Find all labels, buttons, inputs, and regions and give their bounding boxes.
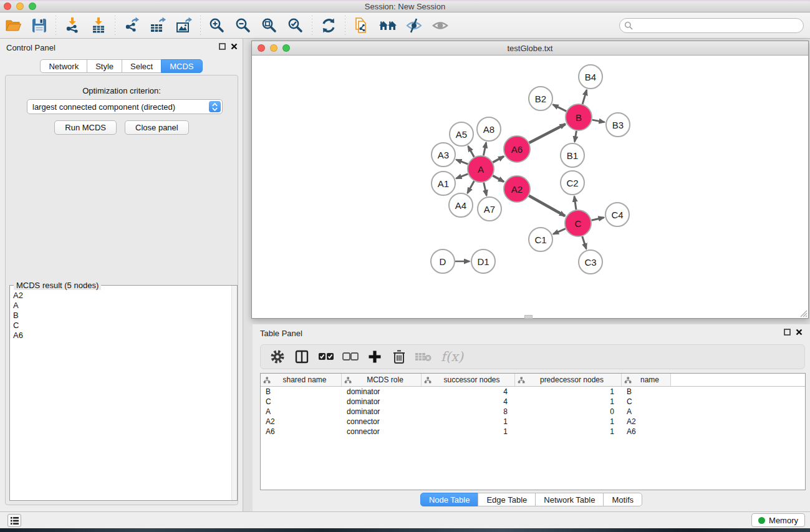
open-session-button[interactable]	[2, 15, 24, 36]
table-cell[interactable]: 1	[515, 417, 622, 426]
graph-edge-B-B1[interactable]	[575, 131, 577, 142]
table-cell[interactable]: dominator	[342, 387, 422, 396]
graph-edge-A-A8[interactable]	[483, 143, 486, 156]
graph-edge-B-B4[interactable]	[582, 90, 587, 104]
tab-mcds[interactable]: MCDS	[161, 59, 202, 73]
result-scrollbar[interactable]	[231, 286, 237, 500]
graph-node-A1[interactable]: A1	[432, 172, 455, 195]
function-builder-button[interactable]: f(x)	[438, 347, 466, 366]
table-cell[interactable]: C	[261, 397, 342, 406]
graph-node-B3[interactable]: B3	[606, 113, 630, 137]
task-history-button[interactable]	[7, 514, 21, 527]
table-cell[interactable]: connector	[342, 417, 422, 426]
network-graph[interactable]: B4B2BB3A8A5A6A3B1AC2A1A2A4A7C4CC1C3DD1	[252, 56, 808, 318]
close-panel-button[interactable]: Close panel	[125, 120, 189, 135]
split-columns-button[interactable]	[292, 347, 311, 366]
mcds-result-item[interactable]: A2	[13, 291, 231, 301]
table-cell[interactable]: 1	[515, 387, 622, 396]
tab-motifs[interactable]: Motifs	[603, 493, 642, 506]
mcds-result-item[interactable]: B	[13, 311, 231, 321]
graph-node-B[interactable]: B	[566, 104, 592, 130]
table-cell[interactable]: 8	[422, 407, 515, 416]
table-cell[interactable]: C	[622, 397, 671, 406]
delete-button[interactable]	[390, 347, 408, 366]
table-cell[interactable]: A	[622, 407, 671, 416]
column-header-shared-name[interactable]: shared name	[261, 374, 342, 386]
memory-button[interactable]: Memory	[751, 513, 805, 527]
graph-edge-B-B3[interactable]	[592, 120, 605, 122]
horizontal-scrollbar-thumb[interactable]	[524, 315, 533, 319]
network-canvas[interactable]: B4B2BB3A8A5A6A3B1AC2A1A2A4A7C4CC1C3DD1	[252, 56, 808, 318]
graph-edge-A-A3[interactable]	[456, 160, 468, 164]
table-row[interactable]: A2connector11A2	[261, 417, 805, 427]
graph-node-C[interactable]: C	[565, 210, 591, 236]
import-table-button[interactable]	[88, 15, 109, 36]
add-column-button[interactable]	[365, 347, 384, 366]
table-cell[interactable]: A6	[261, 427, 342, 436]
graph-edge-C-C1[interactable]	[553, 229, 566, 235]
deselect-all-button[interactable]	[341, 347, 360, 366]
graph-edge-A-A2[interactable]	[493, 176, 504, 182]
run-mcds-button[interactable]: Run MCDS	[54, 120, 117, 135]
graph-edge-B-B2[interactable]	[553, 105, 567, 112]
tab-style[interactable]: Style	[87, 59, 122, 73]
table-row[interactable]: Bdominator41B	[261, 387, 805, 397]
table-cell[interactable]: B	[622, 387, 671, 396]
table-cell[interactable]: connector	[342, 427, 422, 436]
table-cell[interactable]: 0	[515, 407, 622, 416]
network-window-titlebar[interactable]: testGlobe.txt	[252, 41, 808, 56]
graph-edge-C-C4[interactable]	[591, 218, 604, 220]
gear-button[interactable]	[268, 347, 287, 366]
network-from-file-button[interactable]	[351, 15, 372, 36]
table-cell[interactable]: 1	[515, 427, 622, 436]
graph-edge-A-A6[interactable]	[493, 157, 504, 163]
tab-network-table[interactable]: Network Table	[535, 493, 604, 506]
table-cell[interactable]: 4	[422, 387, 515, 396]
graph-edge-C-C3[interactable]	[582, 236, 586, 249]
column-header-successor-nodes[interactable]: successor nodes	[422, 374, 515, 386]
show-details-button[interactable]	[430, 15, 451, 36]
graph-node-A8[interactable]: A8	[477, 117, 501, 141]
graph-node-B4[interactable]: B4	[579, 65, 602, 89]
close-table-panel-icon[interactable]	[796, 329, 803, 336]
import-network-button[interactable]	[62, 15, 83, 36]
table-cell[interactable]: A6	[622, 427, 671, 436]
graph-edge-C-C2[interactable]	[574, 196, 576, 210]
table-row[interactable]: A6connector11A6	[261, 427, 805, 437]
table-cell[interactable]: A2	[622, 417, 671, 426]
hide-details-button[interactable]	[403, 15, 425, 36]
delete-table-button[interactable]	[414, 347, 433, 366]
tab-network[interactable]: Network	[40, 59, 87, 73]
table-cell[interactable]: dominator	[342, 397, 422, 406]
select-all-button[interactable]	[317, 347, 335, 366]
graph-node-D[interactable]: D	[431, 249, 455, 273]
table-row[interactable]: Adominator80A	[261, 407, 805, 417]
graph-edge-A-A4[interactable]	[468, 181, 475, 193]
tab-edge-table[interactable]: Edge Table	[478, 493, 536, 506]
table-cell[interactable]: 1	[515, 397, 622, 406]
table-cell[interactable]: 1	[422, 427, 515, 436]
table-cell[interactable]: 4	[422, 397, 515, 406]
graph-edge-A-A5[interactable]	[468, 146, 475, 157]
graph-node-C2[interactable]: C2	[561, 171, 584, 195]
column-header-predecessor-nodes[interactable]: predecessor nodes	[515, 374, 622, 386]
graph-node-B2[interactable]: B2	[529, 87, 552, 110]
mcds-result-item[interactable]: A6	[13, 331, 231, 341]
table-cell[interactable]: A2	[261, 417, 342, 426]
export-table-button[interactable]	[147, 15, 168, 36]
table-row[interactable]: Cdominator41C	[261, 397, 805, 407]
graph-node-C4[interactable]: C4	[605, 203, 629, 226]
save-session-button[interactable]	[29, 15, 50, 36]
graph-node-A3[interactable]: A3	[432, 143, 455, 167]
graph-node-C3[interactable]: C3	[579, 250, 602, 274]
float-panel-icon[interactable]	[219, 43, 226, 50]
tab-node-table[interactable]: Node Table	[420, 493, 479, 506]
table-cell[interactable]: dominator	[342, 407, 422, 416]
zoom-in-button[interactable]	[206, 15, 228, 36]
graph-node-A7[interactable]: A7	[478, 197, 501, 221]
graph-edge-A2-C[interactable]	[529, 196, 565, 216]
graph-node-A2[interactable]: A2	[504, 176, 530, 202]
float-table-panel-icon[interactable]	[784, 329, 791, 336]
graph-node-B1[interactable]: B1	[561, 143, 584, 167]
graph-node-A6[interactable]: A6	[504, 136, 530, 162]
